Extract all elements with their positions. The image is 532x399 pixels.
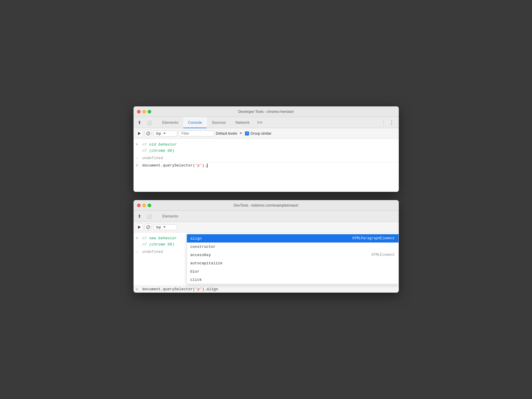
return-value-1: undefined (142, 155, 163, 161)
cursor-icon-2: ⬆ (138, 214, 141, 219)
no-entry-button-2[interactable] (145, 224, 152, 231)
device-icon-btn[interactable]: ⬜ (145, 119, 153, 126)
autocomplete-label-autocapitalize: autocapitalize (190, 261, 223, 266)
console-input-line-2[interactable]: > document.querySelector('p').align (134, 286, 399, 293)
maximize-button[interactable] (148, 110, 151, 113)
title-bar-1: Developer Tools - chrome://version/ (134, 106, 399, 117)
input-prefix-2: > (136, 235, 140, 242)
traffic-lights-1 (137, 110, 151, 113)
device-toolbar-icon-2: ⬜ (146, 214, 151, 219)
string-p-2: 'p' (195, 287, 202, 291)
device-icon-btn-2[interactable]: ⬜ (145, 212, 153, 220)
device-toolbar-icon: ⬜ (146, 120, 151, 125)
autocomplete-label-click: click (190, 278, 202, 282)
autocomplete-label-accessKey: accessKey (190, 253, 211, 257)
maximize-button-2[interactable] (148, 204, 151, 207)
tab-bar-1: ⬆ ⬜ Elements Console Sources Network >> … (134, 117, 399, 128)
code-block-2: // new behavior // (chrome 68) (142, 235, 177, 248)
return-prefix-2: ← (136, 249, 140, 255)
levels-chevron-icon (240, 133, 242, 134)
autocomplete-type-align: HTMLParagraphElement (352, 236, 395, 240)
divider-1 (383, 119, 384, 126)
autocomplete-type-accessKey: HTMLElement (371, 253, 395, 257)
tab-bar-icons-2: ⬆ ⬜ (136, 212, 153, 220)
console-toolbar-1: top Default levels Group similar (134, 128, 399, 139)
autocomplete-label-align: align (190, 236, 202, 241)
run-icon (138, 132, 141, 135)
string-p-1: 'p' (195, 163, 202, 168)
chevron-down-icon-2 (163, 226, 166, 228)
tab-bar-2: ⬆ ⬜ Elements (134, 211, 399, 222)
autocomplete-item-blur[interactable]: blur (187, 267, 398, 276)
no-entry-button[interactable] (145, 130, 152, 137)
more-options-button[interactable]: ⋮ (387, 119, 396, 126)
group-similar-checkbox[interactable] (245, 131, 249, 136)
autocomplete-dropdown[interactable]: align HTMLParagraphElement constructor a… (187, 234, 399, 284)
input-prefix-1: > (136, 142, 140, 148)
autocomplete-item-autocapitalize[interactable]: autocapitalize (187, 259, 398, 267)
context-value: top (156, 131, 161, 136)
cursor-icon: ⬆ (138, 120, 141, 125)
input-text-2: document.querySelector('p').align (142, 287, 218, 291)
close-button-2[interactable] (137, 204, 141, 207)
code-line-1: // old behavior (142, 142, 177, 148)
context-selector-1[interactable]: top (154, 131, 177, 136)
group-similar-label: Group similar (251, 131, 271, 136)
tab-elements-1[interactable]: Elements (158, 117, 183, 128)
context-selector-2[interactable]: top (154, 224, 177, 230)
filter-input-1[interactable] (179, 131, 214, 136)
console-toolbar-2: top (134, 222, 399, 233)
title-bar-2: DevTools - todomvc.com/examples/react/ (134, 200, 399, 211)
default-levels-1[interactable]: Default levels (216, 131, 242, 136)
code-line-4: // (chrome 68) (142, 242, 177, 248)
tab-sources-1[interactable]: Sources (207, 117, 231, 128)
console-input-line-1[interactable]: > document.querySelector('p'). (134, 162, 399, 169)
autocomplete-label-blur: blur (190, 269, 200, 274)
text-cursor-1 (207, 164, 207, 168)
devtools-window-2: DevTools - todomvc.com/examples/react/ ⬆… (134, 200, 399, 293)
autocomplete-item-align[interactable]: align HTMLParagraphElement (187, 234, 398, 243)
minimize-button-2[interactable] (142, 204, 146, 207)
window-title: Developer Tools - chrome://version/ (238, 110, 294, 114)
autocomplete-item-click[interactable]: click (187, 276, 398, 284)
input-chevron-2: > (136, 287, 140, 291)
input-text-1: document.querySelector('p'). (142, 163, 207, 168)
tab-bar-icons: ⬆ ⬜ (136, 119, 153, 126)
context-value-2: top (156, 225, 161, 229)
close-button[interactable] (137, 110, 141, 113)
block-icon (146, 131, 150, 136)
console-input-area: align HTMLParagraphElement constructor a… (134, 286, 399, 293)
inspect-icon-btn-2[interactable]: ⬆ (136, 212, 144, 220)
tab-bar-right-1: ⋮ (382, 119, 396, 126)
block-icon-2 (146, 225, 150, 229)
console-entry-input-1: > // old behavior // (chrome 66) (134, 141, 399, 155)
code-block-1: // old behavior // (chrome 66) (142, 142, 177, 154)
chevron-down-icon (163, 133, 166, 134)
minimize-button[interactable] (142, 110, 146, 113)
return-prefix-1: ← (136, 155, 140, 161)
inspect-icon-btn[interactable]: ⬆ (136, 119, 144, 126)
tab-elements-2[interactable]: Elements (158, 211, 183, 222)
clear-console-button[interactable] (136, 130, 143, 137)
tab-network-1[interactable]: Network (231, 117, 255, 128)
traffic-lights-2 (137, 204, 151, 207)
autocomplete-item-accessKey[interactable]: accessKey HTMLElement (187, 251, 398, 259)
devtools-window-1: Developer Tools - chrome://version/ ⬆ ⬜ … (134, 106, 399, 192)
code-line-3: // new behavior (142, 235, 177, 242)
group-similar-container-1: Group similar (245, 131, 271, 136)
tab-more-1[interactable]: >> (255, 117, 265, 128)
code-line-2: // (chrome 66) (142, 148, 177, 154)
clear-console-button-2[interactable] (136, 224, 143, 231)
window-title-2: DevTools - todomvc.com/examples/react/ (234, 203, 298, 207)
return-value-2: undefined (142, 249, 163, 255)
autocomplete-label-constructor: constructor (190, 245, 216, 249)
run-icon-2 (138, 225, 141, 229)
tab-console-1[interactable]: Console (183, 117, 207, 128)
console-content-1: > // old behavior // (chrome 66) ← undef… (134, 139, 399, 192)
input-chevron-1: > (136, 163, 140, 168)
console-entry-return-1: ← undefined (134, 155, 399, 162)
autocomplete-item-constructor[interactable]: constructor (187, 243, 398, 251)
